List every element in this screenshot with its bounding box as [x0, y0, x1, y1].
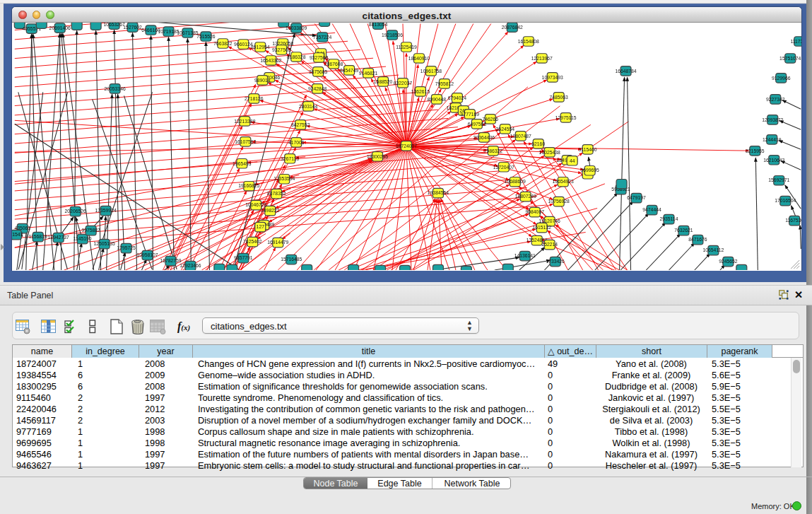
svg-text:17016504: 17016504 [775, 198, 796, 203]
svg-text:16648784: 16648784 [615, 68, 636, 73]
svg-text:1145190: 1145190 [73, 236, 92, 241]
svg-text:16033809: 16033809 [286, 25, 307, 30]
svg-text:2803144: 2803144 [299, 103, 318, 108]
svg-text:19166825: 19166825 [238, 183, 259, 188]
svg-text:16914479: 16914479 [267, 240, 288, 245]
svg-text:7357224: 7357224 [313, 34, 332, 39]
svg-text:12213389: 12213389 [234, 118, 255, 123]
svg-text:8427552: 8427552 [291, 122, 310, 127]
svg-text:20691406: 20691406 [49, 25, 71, 30]
svg-text:9857791: 9857791 [234, 255, 253, 260]
svg-text:44: 44 [570, 158, 575, 163]
svg-text:20876842: 20876842 [502, 24, 523, 29]
svg-text:12923466: 12923466 [180, 263, 201, 268]
svg-text:7663822: 7663822 [213, 40, 233, 45]
svg-text:19384554: 19384554 [428, 190, 449, 195]
svg-text:9245652: 9245652 [719, 259, 738, 264]
svg-text:10958107: 10958107 [136, 252, 158, 257]
svg-text:12975115: 12975115 [555, 115, 577, 119]
svg-text:2867608: 2867608 [324, 61, 343, 66]
svg-text:1167530: 1167530 [785, 218, 801, 223]
svg-text:1156819: 1156819 [29, 234, 47, 239]
svg-text:16107563: 16107563 [235, 139, 256, 144]
svg-text:10973493: 10973493 [542, 74, 563, 79]
svg-text:8678352: 8678352 [267, 191, 286, 196]
svg-text:10807487: 10807487 [510, 133, 531, 138]
svg-text:6794024: 6794024 [448, 95, 467, 100]
svg-text:3675685: 3675685 [309, 69, 328, 74]
svg-text:15716485: 15716485 [281, 257, 302, 262]
svg-text:15720407: 15720407 [493, 164, 514, 169]
svg-text:8471676: 8471676 [688, 237, 707, 242]
svg-text:9242848: 9242848 [308, 86, 327, 90]
svg-text:14136141: 14136141 [514, 253, 536, 258]
svg-text:16543362: 16543362 [260, 57, 281, 62]
svg-text:1795725: 1795725 [117, 245, 136, 250]
svg-text:18640910: 18640910 [408, 55, 430, 60]
svg-text:20206526: 20206526 [65, 209, 86, 214]
svg-text:91547: 91547 [12, 232, 23, 237]
svg-text:17359924: 17359924 [95, 208, 117, 213]
svg-text:2718126: 2718126 [245, 95, 264, 100]
svg-text:252214: 252214 [541, 242, 558, 247]
svg-text:10654112: 10654112 [703, 247, 724, 252]
svg-text:9327508: 9327508 [310, 54, 329, 59]
svg-text:8990448: 8990448 [428, 96, 447, 101]
svg-text:8813054: 8813054 [369, 23, 388, 27]
svg-text:7986322: 7986322 [484, 148, 503, 153]
svg-text:10688609: 10688609 [505, 179, 526, 184]
svg-text:9699695: 9699695 [580, 168, 599, 173]
svg-text:10756928: 10756928 [548, 199, 570, 204]
svg-text:12093872: 12093872 [762, 117, 783, 122]
svg-text:9660124: 9660124 [234, 41, 253, 46]
svg-text:1965493: 1965493 [233, 160, 252, 165]
svg-text:6479197: 6479197 [627, 195, 646, 200]
svg-text:7515526: 7515526 [196, 33, 216, 38]
svg-text:8215955: 8215955 [746, 148, 765, 153]
svg-text:9115460: 9115460 [579, 146, 597, 151]
svg-text:20053346: 20053346 [105, 86, 126, 90]
svg-text:16782759: 16782759 [160, 258, 181, 263]
svg-text:1527602: 1527602 [123, 24, 142, 29]
svg-text:10671385: 10671385 [177, 30, 198, 35]
svg-text:11325419: 11325419 [396, 44, 417, 49]
svg-text:9129966: 9129966 [772, 75, 791, 80]
svg-text:9084067: 9084067 [526, 209, 545, 214]
svg-text:9975887: 9975887 [81, 228, 100, 233]
svg-text:9227342: 9227342 [766, 96, 785, 101]
svg-text:8322037: 8322037 [394, 80, 413, 85]
svg-text:16154808: 16154808 [518, 38, 539, 43]
svg-text:2935114: 2935114 [660, 216, 678, 221]
svg-text:18807249: 18807249 [515, 194, 536, 199]
svg-text:12942737: 12942737 [48, 235, 69, 240]
svg-text:3624554: 3624554 [496, 126, 515, 131]
svg-text:8186328: 8186328 [287, 54, 306, 59]
svg-text:1615132: 1615132 [533, 225, 552, 230]
svg-text:7955812: 7955812 [435, 81, 454, 86]
svg-text:18724007: 18724007 [396, 143, 417, 148]
svg-text:989014: 989014 [254, 77, 271, 82]
svg-text:19218506: 19218506 [382, 32, 403, 37]
svg-text:20364436: 20364436 [473, 134, 495, 139]
svg-text:12213967: 12213967 [531, 55, 553, 60]
svg-text:3267110: 3267110 [281, 156, 299, 160]
svg-text:1362615: 1362615 [411, 88, 430, 93]
svg-text:1244419: 1244419 [763, 136, 782, 141]
svg-text:9327505: 9327505 [272, 47, 291, 52]
svg-text:6497568: 6497568 [468, 121, 487, 126]
svg-text:1117334: 1117334 [791, 38, 801, 43]
svg-text:10719185: 10719185 [158, 28, 179, 33]
svg-text:10025438: 10025438 [539, 149, 560, 154]
svg-text:10961758: 10961758 [420, 68, 442, 73]
svg-text:9474444: 9474444 [642, 207, 661, 212]
svg-text:15751074: 15751074 [779, 55, 801, 60]
svg-text:16210643: 16210643 [763, 157, 784, 162]
svg-text:8912954: 8912954 [251, 44, 270, 49]
svg-text:8454749: 8454749 [340, 67, 359, 72]
svg-text:12505135: 12505135 [94, 241, 115, 246]
svg-text:62160: 62160 [531, 141, 545, 146]
svg-text:7632621: 7632621 [674, 228, 693, 233]
svg-text:10653267: 10653267 [104, 23, 125, 27]
svg-text:7485063: 7485063 [549, 94, 568, 99]
svg-text:12353594: 12353594 [273, 176, 295, 181]
